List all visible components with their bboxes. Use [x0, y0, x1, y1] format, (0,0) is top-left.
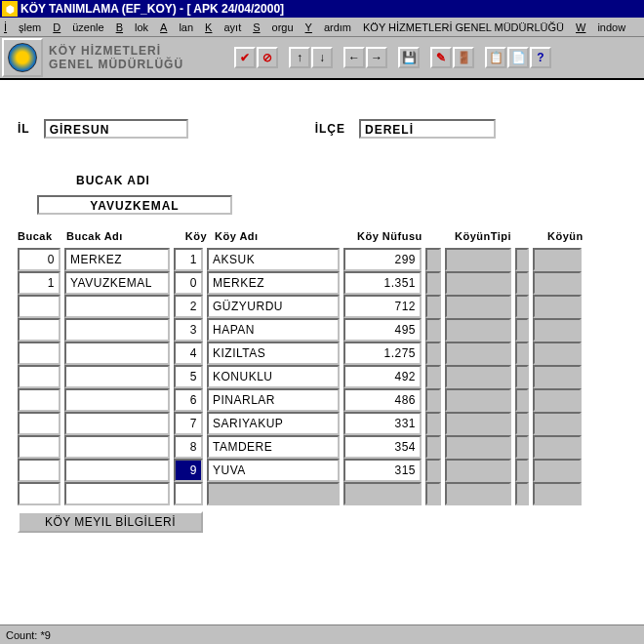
bucak-adi-cell[interactable]: MERKEZ — [64, 248, 170, 271]
check-button[interactable]: ✔ — [234, 47, 256, 68]
koy-cell[interactable] — [174, 482, 203, 505]
tipi-code-cell[interactable] — [425, 435, 441, 459]
koyun-code-cell[interactable] — [515, 365, 529, 388]
right-button[interactable]: → — [366, 47, 387, 68]
bucak-cell[interactable]: 1 — [18, 271, 60, 295]
bucak-adi-cell[interactable] — [64, 365, 170, 388]
tipi-cell[interactable] — [445, 295, 511, 318]
koyun-code-cell[interactable] — [515, 388, 529, 412]
koy-cell[interactable]: 5 — [174, 365, 203, 388]
koyun-cell[interactable] — [533, 412, 582, 435]
save-button[interactable]: 💾 — [398, 47, 420, 68]
tipi-code-cell[interactable] — [425, 365, 441, 388]
koyun-cell[interactable] — [533, 248, 582, 271]
koy-adi-cell[interactable]: GÜZYURDU — [207, 295, 340, 318]
tipi-code-cell[interactable] — [425, 342, 441, 365]
bucak-cell[interactable] — [18, 365, 60, 388]
bucak-cell[interactable] — [18, 295, 60, 318]
bucak-cell[interactable] — [18, 342, 60, 365]
bucak-adi-cell[interactable] — [64, 459, 170, 482]
tipi-code-cell[interactable] — [425, 248, 441, 271]
menu-sorgu[interactable]: Sorgu — [253, 21, 293, 33]
bucak-cell[interactable] — [18, 435, 60, 459]
koyun-cell[interactable] — [533, 388, 582, 412]
koy-cell[interactable]: 0 — [174, 271, 203, 295]
koy-meyil-button[interactable]: KÖY MEYIL BİLGİLERİ — [18, 511, 203, 533]
koy-adi-cell[interactable]: KIZILTAS — [207, 342, 340, 365]
bucak-adi-cell[interactable]: YAVUZKEMAL — [64, 271, 170, 295]
nufus-cell[interactable]: 712 — [343, 295, 422, 318]
koy-adi-cell[interactable]: MERKEZ — [207, 271, 340, 295]
koyun-code-cell[interactable] — [515, 248, 529, 271]
koy-adi-cell[interactable]: KONUKLU — [207, 365, 340, 388]
nufus-cell[interactable]: 495 — [343, 318, 422, 342]
tipi-code-cell[interactable] — [425, 271, 441, 295]
down-button[interactable]: ↓ — [311, 47, 333, 68]
tipi-code-cell[interactable] — [425, 459, 441, 482]
logo-button[interactable] — [2, 38, 43, 77]
tipi-code-cell[interactable] — [425, 412, 441, 435]
koy-cell[interactable]: 4 — [174, 342, 203, 365]
koyun-code-cell[interactable] — [515, 295, 529, 318]
menu-alan[interactable]: Alan — [160, 21, 193, 33]
ilce-field[interactable]: DERELİ — [359, 119, 496, 139]
menu-duzenle[interactable]: Düzenle — [53, 21, 103, 33]
koyun-code-cell[interactable] — [515, 482, 529, 505]
bucak-cell[interactable] — [18, 388, 60, 412]
cancel-button[interactable]: ⊘ — [257, 47, 278, 68]
koy-adi-cell[interactable]: SARIYAKUP — [207, 412, 340, 435]
bucak-cell[interactable] — [18, 482, 60, 505]
tipi-cell[interactable] — [445, 342, 511, 365]
bucak-cell[interactable] — [18, 318, 60, 342]
tipi-cell[interactable] — [445, 459, 511, 482]
koyun-code-cell[interactable] — [515, 412, 529, 435]
koy-adi-cell[interactable]: AKSUK — [207, 248, 340, 271]
edit-button[interactable]: ✎ — [430, 47, 452, 68]
menu-khgm[interactable]: KÖY HİZMETLERİ GENEL MÜDÜRLÜĞÜ — [363, 21, 564, 33]
nufus-cell[interactable]: 1.275 — [343, 342, 422, 365]
koyun-code-cell[interactable] — [515, 342, 529, 365]
bucak-adi-cell[interactable] — [64, 295, 170, 318]
nufus-cell[interactable]: 354 — [343, 435, 422, 459]
bucak-adi-cell[interactable] — [64, 318, 170, 342]
menu-yardim[interactable]: Yardım — [305, 21, 351, 33]
nufus-cell[interactable]: 299 — [343, 248, 422, 271]
koy-cell[interactable]: 1 — [174, 248, 203, 271]
copy-button[interactable]: 📋 — [485, 47, 506, 68]
tipi-cell[interactable] — [445, 412, 511, 435]
koy-cell[interactable]: 6 — [174, 388, 203, 412]
koyun-cell[interactable] — [533, 318, 582, 342]
menu-window[interactable]: Window — [576, 21, 625, 33]
koy-cell[interactable]: 9 — [174, 459, 203, 482]
koy-cell[interactable]: 3 — [174, 318, 203, 342]
tipi-cell[interactable] — [445, 318, 511, 342]
bucak-adi-cell[interactable] — [64, 342, 170, 365]
exit-button[interactable]: 🚪 — [453, 47, 474, 68]
tipi-code-cell[interactable] — [425, 482, 441, 505]
bucak-adi-cell[interactable] — [64, 388, 170, 412]
nufus-cell[interactable]: 492 — [343, 365, 422, 388]
il-field[interactable]: GİRESUN — [44, 119, 188, 139]
bucak-adi-cell[interactable] — [64, 435, 170, 459]
tipi-code-cell[interactable] — [425, 295, 441, 318]
menu-islem[interactable]: İşlem — [4, 21, 41, 33]
up-button[interactable]: ↑ — [289, 47, 310, 68]
koy-adi-cell[interactable]: YUVA — [207, 459, 340, 482]
koyun-cell[interactable] — [533, 295, 582, 318]
koy-cell[interactable]: 2 — [174, 295, 203, 318]
tipi-cell[interactable] — [445, 388, 511, 412]
tipi-code-cell[interactable] — [425, 388, 441, 412]
koyun-cell[interactable] — [533, 271, 582, 295]
koyun-cell[interactable] — [533, 365, 582, 388]
koy-adi-cell[interactable]: PINARLAR — [207, 388, 340, 412]
paste-button[interactable]: 📄 — [507, 47, 529, 68]
koyun-cell[interactable] — [533, 482, 582, 505]
bucak-adi-field[interactable]: YAVUZKEMAL — [37, 195, 232, 215]
nufus-cell[interactable]: 331 — [343, 412, 422, 435]
koyun-code-cell[interactable] — [515, 318, 529, 342]
menu-blok[interactable]: Blok — [116, 21, 148, 33]
tipi-cell[interactable] — [445, 482, 511, 505]
koyun-code-cell[interactable] — [515, 435, 529, 459]
koyun-cell[interactable] — [533, 342, 582, 365]
koy-adi-cell[interactable]: HAPAN — [207, 318, 340, 342]
